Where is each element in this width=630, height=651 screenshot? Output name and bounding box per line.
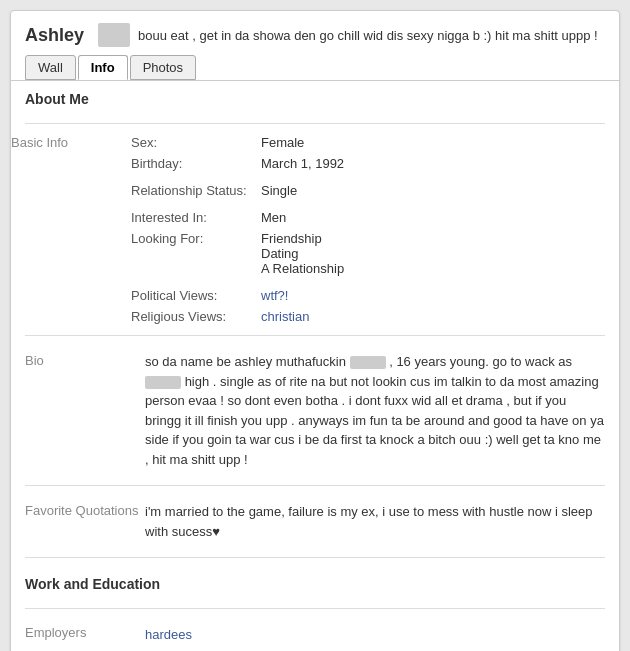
political-link[interactable]: wtf?! — [261, 288, 288, 303]
employers-label: Employers — [25, 625, 145, 651]
about-me-title: About Me — [11, 81, 619, 115]
bio-text-before1: so da name be ashley muthafuckin — [145, 354, 346, 369]
table-row: Relationship Status: Single — [11, 180, 619, 201]
looking-values: Friendship Dating A Relationship — [261, 228, 619, 279]
table-row: Political Views: wtf?! — [11, 285, 619, 306]
tab-photos[interactable]: Photos — [130, 55, 196, 80]
relationship-key: Relationship Status: — [131, 180, 261, 201]
profile-status: bouu eat , get in da showa den go chill … — [138, 28, 605, 43]
work-education-title: Work and Education — [11, 566, 619, 600]
interested-key: Interested In: — [131, 207, 261, 228]
table-row: Interested In: Men — [11, 207, 619, 228]
bio-content: so da name be ashley muthafuckin , 16 ye… — [145, 352, 605, 469]
religious-key: Religious Views: — [131, 306, 261, 327]
birthday-value: March 1, 1992 — [261, 153, 619, 174]
looking-key: Looking For: — [131, 228, 261, 279]
avatar — [98, 23, 130, 47]
work-divider-top — [25, 557, 605, 558]
bio-label: Bio — [25, 352, 145, 469]
table-row: Looking For: Friendship Dating A Relatio… — [11, 228, 619, 279]
political-value: wtf?! — [261, 285, 619, 306]
employers-row: Employers hardees front line — [11, 617, 619, 651]
quotes-content: i'm married to the game, failure is my e… — [145, 502, 605, 541]
tabs: Wall Info Photos — [11, 55, 619, 80]
basic-info-table: Basic Info Sex: Female Birthday: March 1… — [11, 132, 619, 327]
tab-wall[interactable]: Wall — [25, 55, 76, 80]
quotes-row: Favorite Quotations i'm married to the g… — [11, 494, 619, 549]
table-row: Basic Info Sex: Female — [11, 132, 619, 153]
political-key: Political Views: — [131, 285, 261, 306]
interested-value: Men — [261, 207, 619, 228]
bio-blur-2 — [145, 376, 181, 389]
employer-name-link[interactable]: hardees — [145, 627, 192, 642]
quotes-divider-top — [25, 485, 605, 486]
sex-value: Female — [261, 132, 619, 153]
profile-name: Ashley — [25, 25, 84, 46]
bio-text-after2: high . single as of rite na but not look… — [145, 374, 604, 467]
profile-header: Ashley bouu eat , get in da showa den go… — [11, 11, 619, 55]
looking-value-1: Dating — [261, 246, 613, 261]
religious-link[interactable]: christian — [261, 309, 309, 324]
basic-info-label: Basic Info — [11, 132, 131, 174]
birthday-key: Birthday: — [131, 153, 261, 174]
bio-text-after1: , 16 years young. go to wack as — [389, 354, 572, 369]
tab-info[interactable]: Info — [78, 55, 128, 80]
quotes-label: Favorite Quotations — [25, 502, 145, 541]
bio-blur-1 — [350, 356, 386, 369]
looking-value-2: A Relationship — [261, 261, 613, 276]
bio-divider-top — [25, 335, 605, 336]
employers-content: hardees front line — [145, 625, 195, 651]
looking-value-0: Friendship — [261, 231, 613, 246]
table-row: Religious Views: christian — [11, 306, 619, 327]
sex-key: Sex: — [131, 132, 261, 153]
about-me-divider — [25, 123, 605, 124]
profile-card: Ashley bouu eat , get in da showa den go… — [10, 10, 620, 651]
work-divider — [25, 608, 605, 609]
bio-row: Bio so da name be ashley muthafuckin , 1… — [11, 344, 619, 477]
relationship-value: Single — [261, 180, 619, 201]
religious-value: christian — [261, 306, 619, 327]
